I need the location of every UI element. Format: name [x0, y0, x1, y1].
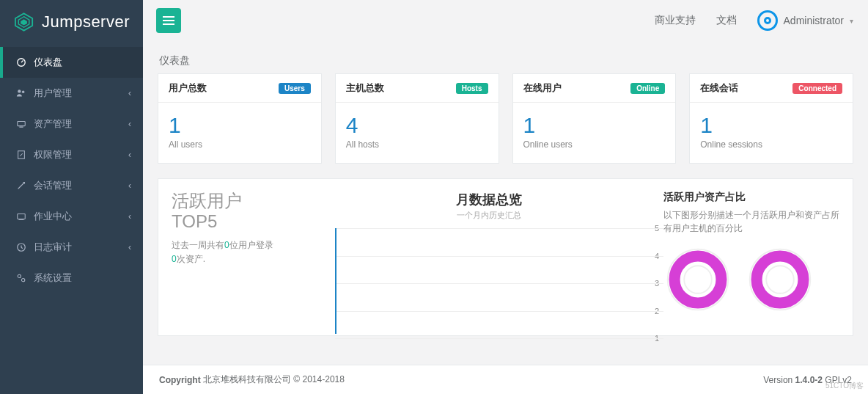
sidebar-item-label: 会话管理	[34, 179, 72, 192]
sidebar-item-label: 仪表盘	[34, 56, 62, 69]
stat-value: 1	[169, 113, 311, 138]
stat-sub: Online users	[523, 139, 666, 150]
top5-title-line2: TOP5	[172, 211, 315, 232]
donut-users	[663, 245, 732, 314]
chevron-left-icon: ‹	[128, 150, 131, 160]
job-icon	[16, 211, 26, 222]
monthly-title: 月数据总览	[315, 191, 663, 208]
ratio-desc: 以下图形分别描述一个月活跃用户和资产占所有用户主机的百分比	[663, 208, 839, 235]
top5-title-line1: 活跃用户	[172, 191, 315, 211]
logo-icon	[13, 10, 34, 34]
company: 北京堆栈科技有限公司 © 2014-2018	[203, 373, 345, 386]
watermark: 51CTO博客	[825, 381, 864, 391]
stat-title: 主机总数	[346, 81, 384, 95]
chevron-left-icon: ‹	[128, 211, 131, 222]
svg-marker-2	[21, 19, 27, 25]
sidebar-nav: 仪表盘 用户管理 ‹ 资产管理 ‹ 权限管理 ‹ 会话管理 ‹	[0, 47, 143, 293]
topbar: 商业支持 文档 Administrator ▾	[143, 0, 868, 41]
dashboard-icon	[16, 57, 26, 68]
chevron-left-icon: ‹	[128, 119, 131, 129]
monthly-chart: 12345	[315, 225, 663, 343]
stat-badge: Connected	[792, 83, 842, 94]
svg-point-16	[684, 266, 712, 293]
log-icon	[16, 242, 26, 252]
copyright-label: Copyright	[159, 375, 201, 385]
stat-sub: All users	[169, 139, 311, 150]
stat-hosts: 主机总数Hosts 4All hosts	[335, 73, 499, 164]
stat-title: 在线会话	[700, 81, 738, 95]
sidebar: Jumpserver 仪表盘 用户管理 ‹ 资产管理 ‹ 权限管理 ‹	[0, 0, 143, 394]
sidebar-item-assets[interactable]: 资产管理 ‹	[0, 109, 143, 139]
settings-icon	[16, 273, 26, 283]
top5-panel: 活跃用户 TOP5 过去一周共有0位用户登录0次资产.	[172, 191, 315, 335]
sidebar-item-label: 系统设置	[34, 271, 72, 285]
docs-link[interactable]: 文档	[716, 14, 737, 27]
donut-assets	[746, 245, 814, 314]
user-avatar-icon	[757, 10, 778, 31]
stat-value: 4	[346, 113, 488, 138]
ratio-title: 活跃用户资产占比	[663, 191, 839, 204]
svg-rect-6	[18, 122, 26, 126]
monthly-panel: 月数据总览 一个月内历史汇总 12345	[315, 191, 663, 335]
chevron-left-icon: ‹	[128, 242, 131, 252]
analytics-row: 活跃用户 TOP5 过去一周共有0位用户登录0次资产. 月数据总览 一个月内历史…	[158, 178, 853, 336]
stat-users: 用户总数Users 1All users	[158, 73, 322, 164]
permission-icon	[16, 150, 26, 160]
stat-badge: Online	[630, 83, 665, 94]
version: 1.4.0-2	[795, 375, 823, 385]
svg-point-18	[757, 256, 803, 303]
stat-title: 在线用户	[523, 81, 562, 95]
svg-point-12	[18, 274, 21, 277]
sidebar-item-label: 作业中心	[34, 210, 72, 223]
session-icon	[16, 180, 26, 191]
chevron-left-icon: ‹	[128, 88, 131, 98]
sidebar-item-users[interactable]: 用户管理 ‹	[0, 78, 143, 109]
version-label: Version	[763, 375, 792, 385]
breadcrumb: 仪表盘	[143, 41, 868, 73]
sidebar-item-jobs[interactable]: 作业中心 ‹	[0, 201, 143, 232]
svg-rect-7	[19, 127, 23, 128]
stat-value: 1	[700, 113, 842, 138]
brand[interactable]: Jumpserver	[0, 0, 143, 47]
sidebar-item-label: 权限管理	[34, 148, 72, 161]
stat-sub: All hosts	[346, 139, 488, 150]
hamburger-icon	[163, 16, 174, 25]
stat-online-users: 在线用户Online 1Online users	[512, 73, 677, 164]
stat-sessions: 在线会话Connected 1Online sessions	[689, 73, 853, 164]
sidebar-item-logs[interactable]: 日志审计 ‹	[0, 232, 143, 263]
svg-point-19	[766, 266, 794, 293]
ratio-panel: 活跃用户资产占比 以下图形分别描述一个月活跃用户和资产占所有用户主机的百分比	[663, 191, 839, 335]
user-menu[interactable]: Administrator ▾	[757, 10, 853, 31]
sidebar-item-dashboard[interactable]: 仪表盘	[0, 47, 143, 78]
chevron-left-icon: ‹	[128, 180, 131, 191]
svg-point-4	[18, 90, 21, 92]
sidebar-item-permissions[interactable]: 权限管理 ‹	[0, 139, 143, 170]
stat-badge: Hosts	[456, 83, 488, 94]
support-link[interactable]: 商业支持	[655, 14, 696, 27]
donut-row	[663, 245, 839, 314]
stats-row: 用户总数Users 1All users 主机总数Hosts 4All host…	[158, 73, 853, 164]
stat-title: 用户总数	[169, 81, 207, 95]
caret-down-icon: ▾	[850, 17, 853, 25]
sidebar-item-label: 资产管理	[34, 117, 72, 131]
user-name: Administrator	[784, 15, 844, 26]
main: 商业支持 文档 Administrator ▾ 仪表盘 用户总数Users 1A…	[143, 0, 868, 394]
monthly-sub: 一个月内历史汇总	[315, 210, 663, 221]
asset-icon	[16, 119, 26, 129]
users-icon	[16, 88, 26, 98]
stat-sub: Online sessions	[700, 139, 842, 150]
sidebar-toggle-button[interactable]	[156, 8, 181, 33]
brand-name: Jumpserver	[42, 12, 130, 32]
sidebar-item-label: 用户管理	[34, 87, 72, 100]
svg-point-13	[21, 278, 24, 281]
svg-rect-10	[19, 219, 24, 220]
svg-rect-9	[18, 214, 26, 219]
stat-value: 1	[523, 113, 666, 138]
footer: Copyright 北京堆栈科技有限公司 © 2014-2018 Version…	[143, 365, 868, 394]
sidebar-item-label: 日志审计	[34, 241, 72, 254]
svg-point-15	[674, 256, 721, 303]
svg-point-5	[22, 91, 25, 94]
sidebar-item-sessions[interactable]: 会话管理 ‹	[0, 170, 143, 201]
sidebar-item-settings[interactable]: 系统设置	[0, 263, 143, 293]
top5-desc: 过去一周共有0位用户登录0次资产.	[172, 238, 315, 266]
